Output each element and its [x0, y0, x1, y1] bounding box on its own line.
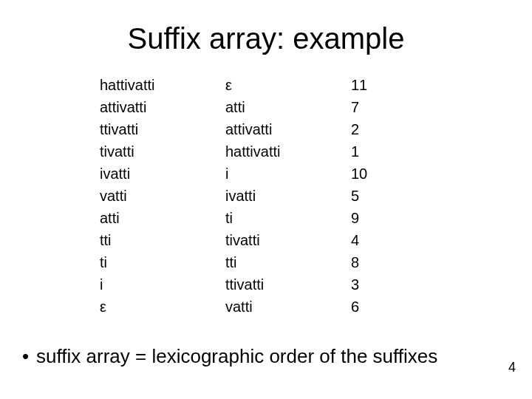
slide-title: Suffix array: example — [30, 22, 502, 55]
suffix-cell: ttivatti — [100, 118, 181, 140]
index-cell: 10 — [351, 163, 381, 185]
suffix-cell: attivatti — [100, 96, 181, 118]
slide: Suffix array: example hattivatti attivat… — [0, 0, 532, 399]
index-cell: 4 — [351, 229, 381, 251]
suffix-cell: i — [100, 273, 181, 296]
sorted-cell: tivatti — [225, 229, 307, 251]
index-cell: 2 — [351, 118, 381, 140]
suffix-cell: ivatti — [100, 163, 181, 185]
suffix-table: hattivatti attivatti ttivatti tivatti iv… — [100, 74, 502, 318]
bullet-icon: • — [22, 345, 29, 368]
suffix-cell: tti — [100, 229, 181, 251]
sorted-cell: i — [225, 163, 307, 185]
sorted-cell: vatti — [225, 296, 307, 318]
index-cell: 1 — [351, 140, 381, 163]
sorted-cell: attivatti — [225, 118, 307, 140]
column-suffixes: hattivatti attivatti ttivatti tivatti iv… — [100, 74, 181, 318]
bullet-text: suffix array = lexicographic order of th… — [36, 345, 437, 367]
sorted-cell: ti — [225, 207, 307, 229]
index-cell: 7 — [351, 96, 381, 118]
suffix-cell: atti — [100, 207, 181, 229]
sorted-cell: tti — [225, 251, 307, 273]
sorted-cell: ivatti — [225, 185, 307, 207]
index-cell: 11 — [351, 74, 381, 96]
sorted-cell: ttivatti — [225, 273, 307, 296]
sorted-cell: ε — [225, 74, 307, 96]
suffix-cell: vatti — [100, 185, 181, 207]
index-cell: 5 — [351, 185, 381, 207]
column-sorted: ε atti attivatti hattivatti i ivatti ti … — [225, 74, 307, 318]
sorted-cell: hattivatti — [225, 140, 307, 163]
index-cell: 6 — [351, 296, 381, 318]
column-indices: 11 7 2 1 10 5 9 4 8 3 6 — [351, 74, 381, 318]
sorted-cell: atti — [225, 96, 307, 118]
suffix-cell: tivatti — [100, 140, 181, 163]
index-cell: 3 — [351, 273, 381, 296]
suffix-cell: ti — [100, 251, 181, 273]
page-number: 4 — [508, 360, 516, 375]
suffix-cell: hattivatti — [100, 74, 181, 96]
index-cell: 8 — [351, 251, 381, 273]
index-cell: 9 — [351, 207, 381, 229]
bullet-line: •suffix array = lexicographic order of t… — [22, 345, 437, 368]
suffix-cell: ε — [100, 296, 181, 318]
